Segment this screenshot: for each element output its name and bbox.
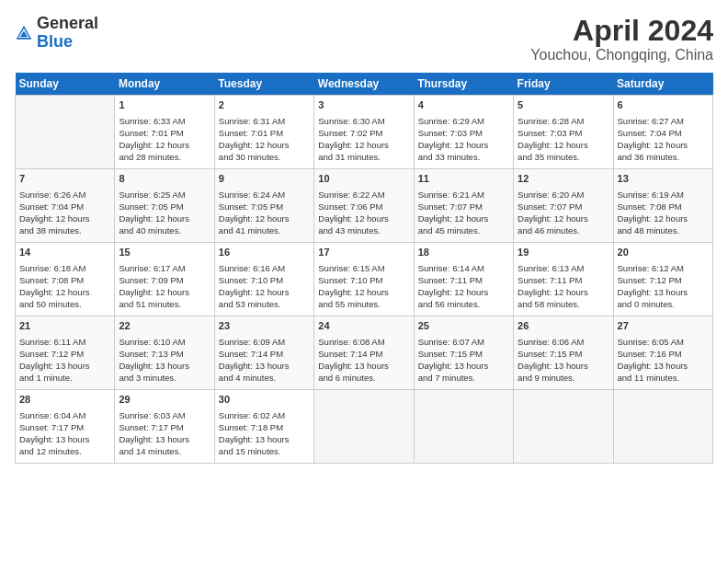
day-number: 7 [19, 172, 110, 186]
calendar-cell: 11Sunrise: 6:21 AMSunset: 7:07 PMDayligh… [414, 169, 513, 243]
day-info-line: Sunset: 7:04 PM [618, 127, 709, 139]
day-info-line: Daylight: 12 hours [518, 139, 609, 151]
day-info-line: Sunrise: 6:28 AM [518, 115, 609, 127]
day-number: 20 [618, 246, 709, 259]
day-info-line: Daylight: 13 hours [219, 433, 310, 445]
day-info-line: and 12 minutes. [19, 445, 110, 457]
calendar-cell: 30Sunrise: 6:02 AMSunset: 7:18 PMDayligh… [214, 390, 313, 464]
logo-text: General Blue [37, 15, 98, 52]
day-number: 27 [618, 319, 709, 333]
day-number: 11 [418, 172, 509, 186]
day-info-line: Daylight: 12 hours [618, 213, 709, 224]
day-info-line: Daylight: 12 hours [119, 139, 210, 151]
day-info-line: Sunrise: 6:31 AM [219, 115, 310, 127]
calendar-cell: 4Sunrise: 6:29 AMSunset: 7:03 PMDaylight… [414, 96, 513, 169]
day-info-line: Sunrise: 6:11 AM [19, 336, 110, 348]
day-info-line: Sunset: 7:01 PM [219, 127, 310, 139]
day-info-line: Daylight: 12 hours [19, 213, 110, 224]
day-info-line: Daylight: 12 hours [418, 139, 509, 151]
day-info-line: Sunrise: 6:02 AM [219, 409, 310, 421]
day-info-line: and 55 minutes. [318, 298, 409, 310]
day-info-line: Daylight: 13 hours [418, 360, 509, 372]
day-number: 21 [19, 319, 110, 333]
day-info-line: Sunrise: 6:33 AM [119, 115, 210, 127]
day-info-line: Sunset: 7:15 PM [418, 348, 509, 360]
day-number: 25 [418, 319, 509, 333]
day-info-line: Sunset: 7:08 PM [19, 274, 110, 286]
day-number: 17 [318, 246, 409, 259]
day-info-line: Sunset: 7:01 PM [119, 127, 210, 139]
calendar-cell [16, 96, 115, 169]
day-info-line: and 33 minutes. [418, 151, 509, 163]
calendar-cell: 15Sunrise: 6:17 AMSunset: 7:09 PMDayligh… [115, 243, 214, 316]
day-info-line: Sunrise: 6:10 AM [119, 336, 210, 348]
day-info-line: and 51 minutes. [119, 298, 210, 310]
logo-icon [15, 24, 33, 42]
day-info-line: Sunrise: 6:24 AM [219, 189, 310, 201]
day-info-line: Sunset: 7:03 PM [518, 127, 609, 139]
calendar-cell [613, 390, 712, 464]
day-info-line: Sunset: 7:06 PM [318, 201, 409, 213]
calendar-week-row: 21Sunrise: 6:11 AMSunset: 7:12 PMDayligh… [16, 316, 713, 390]
day-info-line: and 50 minutes. [19, 298, 110, 310]
day-info-line: Daylight: 12 hours [19, 286, 110, 298]
day-number: 24 [318, 319, 409, 333]
day-info-line: and 6 minutes. [318, 372, 409, 384]
day-info-line: Sunrise: 6:30 AM [318, 115, 409, 127]
month-title: April 2024 [530, 15, 713, 47]
day-info-line: and 1 minute. [19, 372, 110, 384]
day-info-line: and 15 minutes. [219, 445, 310, 457]
day-info-line: Sunrise: 6:06 AM [518, 336, 609, 348]
day-info-line: and 7 minutes. [418, 372, 509, 384]
day-number: 26 [518, 319, 609, 333]
day-number: 29 [119, 393, 210, 407]
calendar-cell: 26Sunrise: 6:06 AMSunset: 7:15 PMDayligh… [514, 316, 613, 390]
day-info-line: Sunset: 7:02 PM [318, 127, 409, 139]
calendar-cell: 18Sunrise: 6:14 AMSunset: 7:11 PMDayligh… [414, 243, 513, 316]
day-info-line: Sunrise: 6:29 AM [418, 115, 509, 127]
day-info-line: Sunrise: 6:22 AM [318, 189, 409, 201]
calendar-cell [514, 390, 613, 464]
day-info-line: Sunset: 7:10 PM [318, 274, 409, 286]
day-number: 10 [318, 172, 409, 186]
calendar-cell [414, 390, 513, 464]
weekday-header: Monday [115, 73, 214, 96]
calendar-cell: 23Sunrise: 6:09 AMSunset: 7:14 PMDayligh… [214, 316, 313, 390]
day-info-line: and 43 minutes. [318, 224, 409, 236]
day-info-line: and 35 minutes. [518, 151, 609, 163]
day-info-line: Daylight: 12 hours [318, 286, 409, 298]
day-info-line: and 53 minutes. [219, 298, 310, 310]
calendar-cell: 9Sunrise: 6:24 AMSunset: 7:05 PMDaylight… [214, 169, 313, 243]
day-info-line: Daylight: 12 hours [219, 139, 310, 151]
day-number: 16 [219, 246, 310, 259]
day-number: 22 [119, 319, 210, 333]
day-info-line: Daylight: 12 hours [618, 139, 709, 151]
day-info-line: Daylight: 12 hours [219, 286, 310, 298]
calendar-cell: 12Sunrise: 6:20 AMSunset: 7:07 PMDayligh… [514, 169, 613, 243]
day-info-line: Sunrise: 6:16 AM [219, 262, 310, 274]
calendar-cell: 17Sunrise: 6:15 AMSunset: 7:10 PMDayligh… [314, 243, 414, 316]
day-number: 18 [418, 246, 509, 259]
calendar-cell: 3Sunrise: 6:30 AMSunset: 7:02 PMDaylight… [314, 96, 414, 169]
day-info-line: Sunset: 7:16 PM [618, 348, 709, 360]
day-info-line: Sunrise: 6:26 AM [19, 189, 110, 201]
day-info-line: Sunrise: 6:19 AM [618, 189, 709, 201]
day-number: 8 [119, 172, 210, 186]
day-number: 30 [219, 393, 310, 407]
day-info-line: Sunrise: 6:21 AM [418, 189, 509, 201]
calendar-cell: 29Sunrise: 6:03 AMSunset: 7:17 PMDayligh… [115, 390, 214, 464]
day-info-line: Sunrise: 6:03 AM [119, 409, 210, 421]
day-info-line: Sunset: 7:11 PM [418, 274, 509, 286]
day-info-line: Daylight: 13 hours [119, 360, 210, 372]
day-info-line: Sunset: 7:04 PM [19, 201, 110, 213]
calendar-cell: 1Sunrise: 6:33 AMSunset: 7:01 PMDaylight… [115, 96, 214, 169]
day-info-line: Daylight: 12 hours [119, 213, 210, 224]
day-info-line: Sunset: 7:14 PM [318, 348, 409, 360]
day-info-line: Daylight: 12 hours [318, 213, 409, 224]
weekday-header: Wednesday [314, 73, 414, 96]
day-info-line: and 38 minutes. [19, 224, 110, 236]
day-info-line: Sunset: 7:14 PM [219, 348, 310, 360]
day-info-line: Sunset: 7:07 PM [518, 201, 609, 213]
day-info-line: and 40 minutes. [119, 224, 210, 236]
day-info-line: Sunset: 7:17 PM [119, 421, 210, 433]
